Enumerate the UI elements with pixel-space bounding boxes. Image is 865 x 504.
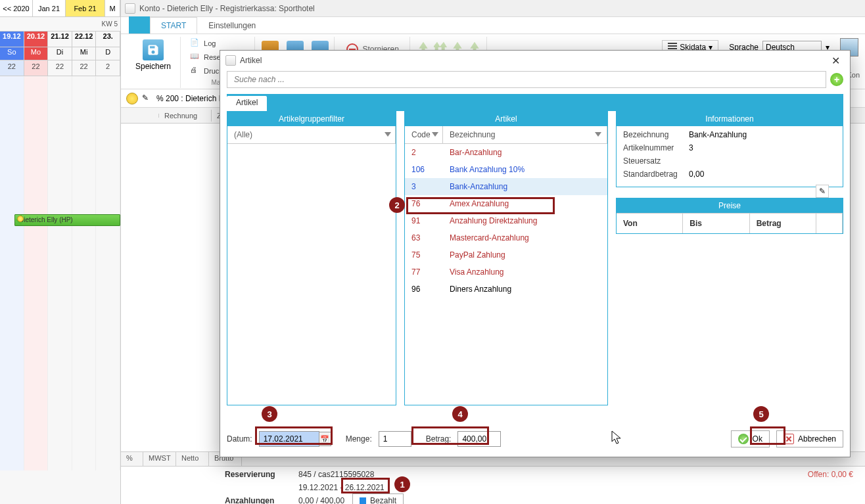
article-row[interactable]: 2Bar-Anzahlung (405, 144, 607, 161)
article-name: Bank-Anzahlung (443, 182, 607, 191)
cal-count: 2 (96, 60, 120, 76)
mouse-cursor (611, 430, 622, 445)
artikelgruppen-panel: Artikelgruppenfilter (Alle) (227, 111, 396, 405)
booking-bar-dieterich[interactable]: Dieterich Elly (HP) (14, 214, 120, 226)
funnel-icon[interactable] (432, 129, 440, 137)
anzahlungen-value: 0,00 / 400,00 (298, 496, 344, 504)
save-button[interactable]: Speichern (131, 37, 175, 74)
cal-count: 22 (24, 60, 49, 76)
col-rechnung[interactable]: Rechnung (159, 110, 212, 122)
tab-start[interactable]: START (150, 17, 197, 34)
article-row[interactable]: 75PayPal Zahlung (405, 246, 607, 263)
log-button[interactable]: 📄Log (187, 37, 249, 50)
datum-label: Datum: (227, 434, 252, 444)
col-code[interactable]: Code (405, 126, 443, 143)
article-row[interactable]: 91Anzahlung Direktzahlung (405, 212, 607, 229)
dialog-icon (225, 55, 236, 66)
book-icon: 📖 (190, 52, 200, 62)
cancel-button[interactable]: Abbrechen (776, 430, 843, 447)
article-name: Anzahlung Direktzahlung (443, 216, 607, 225)
cal-date[interactable]: 21.12 (48, 32, 72, 47)
article-code: 75 (405, 250, 443, 260)
cal-month-mar[interactable]: M (105, 0, 120, 16)
betrag-input[interactable] (457, 431, 501, 447)
article-code: 106 (405, 165, 443, 174)
cal-date[interactable]: 19.12 (0, 32, 24, 47)
ok-check-icon (738, 434, 749, 444)
annotation-badge-2: 2 (389, 197, 405, 213)
col-percent[interactable]: % (121, 452, 143, 466)
offen-label: Offen: 0,00 € (808, 470, 853, 479)
preise-col-betrag[interactable]: Betrag (750, 214, 816, 233)
bottom-summary-pane: % MWST Netto Brutto Reservierung 845 / c… (121, 451, 865, 504)
save-icon (143, 39, 164, 60)
search-input[interactable] (227, 71, 826, 88)
col-netto[interactable]: Netto (176, 452, 209, 466)
app-icon (125, 3, 135, 14)
funnel-icon[interactable] (595, 129, 603, 137)
datum-input[interactable] (259, 431, 319, 447)
ok-button[interactable]: Ok (731, 430, 770, 447)
article-code: 76 (405, 199, 443, 208)
filter-alle[interactable]: (Alle) (227, 126, 396, 143)
article-row[interactable]: 77Visa Anzahlung (405, 263, 607, 281)
cal-prev-year[interactable]: << 2020 (0, 0, 33, 16)
pencil-icon[interactable]: ✎ (142, 93, 152, 104)
article-code: 63 (405, 233, 443, 242)
article-row[interactable]: 63Mastercard-Anzahlung (405, 229, 607, 246)
reservierung-label: Reservierung (225, 470, 291, 479)
info-bezeichnung-value: Bank-Anzahlung (689, 130, 747, 143)
blue-square-icon (360, 497, 366, 504)
dialog-title: Artikel (240, 56, 262, 65)
menge-input[interactable] (379, 431, 411, 447)
cal-count: 22 (0, 60, 24, 76)
betrag-label: Betrag: (426, 434, 452, 444)
tab-einstellungen[interactable]: Einstellungen (197, 17, 267, 34)
cal-count: 22 (72, 60, 97, 76)
info-panel: Informationen BezeichnungBank-Anzahlung … (616, 111, 843, 405)
info-artikelnummer-label: Artikelnummer (623, 143, 689, 156)
info-bezeichnung-label: Bezeichnung (623, 130, 689, 143)
cal-date[interactable]: 23. (96, 32, 120, 47)
close-button[interactable]: ✕ (825, 53, 846, 68)
info-steuersatz-label: Steuersatz (623, 156, 689, 170)
article-name: Diners Anzahlung (443, 285, 607, 294)
artikel-panel: Artikel Code Bezeichnung 2Bar-Anzahlung1… (404, 111, 608, 405)
tab-artikel[interactable]: Artikel (227, 96, 267, 111)
edit-button[interactable]: ✎ (816, 185, 829, 198)
article-row[interactable]: 76Amex Anzahlung (405, 195, 607, 212)
article-row[interactable]: 106Bank Anzahlung 10% (405, 161, 607, 178)
cal-date[interactable]: 20.12 (24, 32, 49, 47)
article-name: PayPal Zahlung (443, 250, 607, 260)
preise-col-bis[interactable]: Bis (683, 214, 749, 233)
annotation-badge-4: 4 (452, 406, 468, 422)
ribbon-file-tab[interactable] (129, 16, 150, 34)
col-mwst[interactable]: MWST (143, 452, 176, 466)
article-row[interactable]: 96Diners Anzahlung (405, 281, 607, 298)
article-code: 91 (405, 216, 443, 225)
col-bezeichnung[interactable]: Bezeichnung (443, 126, 607, 143)
cal-month-feb[interactable]: Feb 21 (66, 0, 105, 16)
calendar-body[interactable]: Dieterich Elly (HP) (0, 76, 120, 470)
cal-day: Mo (24, 47, 49, 60)
cal-day: D (96, 47, 120, 60)
article-row[interactable]: 3Bank-Anzahlung (405, 178, 607, 195)
add-button[interactable]: + (830, 73, 843, 86)
cal-count: 22 (48, 60, 72, 76)
smile-icon (126, 93, 138, 104)
cancel-x-icon (783, 434, 794, 444)
calendar-picker-icon[interactable]: 📅 (319, 432, 331, 446)
funnel-icon[interactable] (385, 129, 392, 137)
article-list[interactable]: 2Bar-Anzahlung106Bank Anzahlung 10%3Bank… (405, 144, 607, 405)
cal-month-jan[interactable]: Jan 21 (33, 0, 66, 16)
calendar-pane: << 2020 Jan 21 Feb 21 M KW 5 19.12 20.12… (0, 0, 120, 504)
window-title: Konto - Dieterich Elly - Registrierkassa… (139, 4, 315, 13)
preise-col-von[interactable]: Von (617, 214, 683, 233)
preise-col-empty (816, 214, 843, 233)
cal-date[interactable]: 22.12 (72, 32, 97, 47)
cal-day: So (0, 47, 24, 60)
anzahlungen-label: Anzahlungen (225, 496, 291, 504)
bezahlt-button[interactable]: Bezahlt (352, 493, 404, 504)
artikelgruppen-header: Artikelgruppenfilter (227, 112, 396, 126)
reservierung-dates: 19.12.2021 - 26.12.2021 (298, 483, 385, 492)
